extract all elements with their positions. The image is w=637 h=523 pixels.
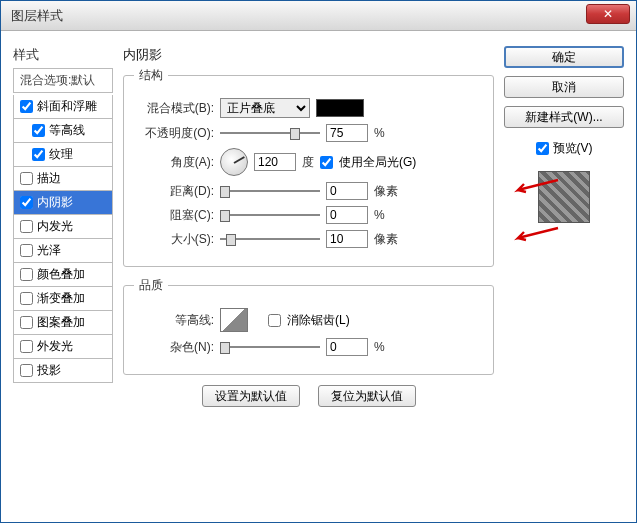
- style-item-label: 内发光: [37, 218, 73, 235]
- style-checkbox[interactable]: [20, 268, 33, 281]
- style-checkbox[interactable]: [20, 100, 33, 113]
- px-unit: 像素: [374, 231, 398, 248]
- blend-mode-label: 混合模式(B):: [134, 100, 214, 117]
- style-item-11[interactable]: 投影: [13, 359, 113, 383]
- slider-thumb-icon: [220, 342, 230, 354]
- style-item-6[interactable]: 光泽: [13, 239, 113, 263]
- slider-thumb-icon: [220, 210, 230, 222]
- contour-row: 等高线: 消除锯齿(L): [134, 308, 483, 332]
- choke-input[interactable]: [326, 206, 368, 224]
- content: 样式 混合选项:默认 斜面和浮雕等高线纹理描边内阴影内发光光泽颜色叠加渐变叠加图…: [1, 31, 636, 522]
- blend-mode-row: 混合模式(B): 正片叠底: [134, 98, 483, 118]
- style-item-5[interactable]: 内发光: [13, 215, 113, 239]
- style-checkbox[interactable]: [32, 124, 45, 137]
- style-item-10[interactable]: 外发光: [13, 335, 113, 359]
- size-label: 大小(S):: [134, 231, 214, 248]
- choke-label: 阻塞(C):: [134, 207, 214, 224]
- px-unit: 像素: [374, 183, 398, 200]
- angle-label: 角度(A):: [134, 154, 214, 171]
- window-title: 图层样式: [11, 7, 63, 25]
- size-slider[interactable]: [220, 232, 320, 246]
- style-item-label: 纹理: [49, 146, 73, 163]
- preview-thumbnail: [538, 171, 590, 223]
- styles-panel: 样式 混合选项:默认 斜面和浮雕等高线纹理描边内阴影内发光光泽颜色叠加渐变叠加图…: [13, 46, 113, 507]
- contour-picker[interactable]: [220, 308, 248, 332]
- structure-group: 结构 混合模式(B): 正片叠底 不透明度(O): % 角度(A): 度: [123, 67, 494, 267]
- style-item-9[interactable]: 图案叠加: [13, 311, 113, 335]
- quality-group: 品质 等高线: 消除锯齿(L) 杂色(N): %: [123, 277, 494, 375]
- styles-header: 样式: [13, 46, 113, 68]
- ok-button[interactable]: 确定: [504, 46, 624, 68]
- style-checkbox[interactable]: [20, 244, 33, 257]
- style-checkbox[interactable]: [20, 292, 33, 305]
- noise-slider[interactable]: [220, 340, 320, 354]
- style-checkbox[interactable]: [20, 196, 33, 209]
- panel-title: 内阴影: [123, 46, 494, 64]
- default-buttons-row: 设置为默认值 复位为默认值: [123, 385, 494, 407]
- size-row: 大小(S): 像素: [134, 230, 483, 248]
- style-item-8[interactable]: 渐变叠加: [13, 287, 113, 311]
- style-item-1[interactable]: 等高线: [13, 119, 113, 143]
- noise-input[interactable]: [326, 338, 368, 356]
- style-item-label: 颜色叠加: [37, 266, 85, 283]
- style-item-label: 内阴影: [37, 194, 73, 211]
- titlebar: 图层样式 ✕: [1, 1, 636, 31]
- cancel-button[interactable]: 取消: [504, 76, 624, 98]
- close-button[interactable]: ✕: [586, 4, 630, 24]
- new-style-button[interactable]: 新建样式(W)...: [504, 106, 624, 128]
- opacity-label: 不透明度(O):: [134, 125, 214, 142]
- angle-dial-icon[interactable]: [220, 148, 248, 176]
- set-default-button[interactable]: 设置为默认值: [202, 385, 300, 407]
- layer-style-dialog: 图层样式 ✕ 样式 混合选项:默认 斜面和浮雕等高线纹理描边内阴影内发光光泽颜色…: [0, 0, 637, 523]
- style-item-3[interactable]: 描边: [13, 167, 113, 191]
- style-list: 斜面和浮雕等高线纹理描边内阴影内发光光泽颜色叠加渐变叠加图案叠加外发光投影: [13, 95, 113, 383]
- style-item-0[interactable]: 斜面和浮雕: [13, 95, 113, 119]
- opacity-slider[interactable]: [220, 126, 320, 140]
- distance-row: 距离(D): 像素: [134, 182, 483, 200]
- angle-input[interactable]: [254, 153, 296, 171]
- style-item-4[interactable]: 内阴影: [13, 191, 113, 215]
- style-checkbox[interactable]: [20, 340, 33, 353]
- opacity-input[interactable]: [326, 124, 368, 142]
- preview-label: 预览(V): [553, 140, 593, 157]
- blend-mode-select[interactable]: 正片叠底: [220, 98, 310, 118]
- slider-thumb-icon: [226, 234, 236, 246]
- distance-slider[interactable]: [220, 184, 320, 198]
- style-item-2[interactable]: 纹理: [13, 143, 113, 167]
- angle-row: 角度(A): 度 使用全局光(G): [134, 148, 483, 176]
- slider-thumb-icon: [220, 186, 230, 198]
- settings-panel: 内阴影 结构 混合模式(B): 正片叠底 不透明度(O): % 角度(A):: [123, 46, 494, 507]
- distance-label: 距离(D):: [134, 183, 214, 200]
- antialias-label: 消除锯齿(L): [287, 312, 350, 329]
- style-item-7[interactable]: 颜色叠加: [13, 263, 113, 287]
- choke-slider[interactable]: [220, 208, 320, 222]
- blend-options-row[interactable]: 混合选项:默认: [13, 68, 113, 93]
- global-light-label: 使用全局光(G): [339, 154, 416, 171]
- action-panel: 确定 取消 新建样式(W)... 预览(V): [504, 46, 624, 507]
- slider-thumb-icon: [290, 128, 300, 140]
- preview-row: 预览(V): [504, 140, 624, 157]
- reset-default-button[interactable]: 复位为默认值: [318, 385, 416, 407]
- style-item-label: 等高线: [49, 122, 85, 139]
- preview-checkbox[interactable]: [536, 142, 549, 155]
- style-checkbox[interactable]: [20, 220, 33, 233]
- global-light-checkbox[interactable]: [320, 156, 333, 169]
- style-checkbox[interactable]: [20, 316, 33, 329]
- style-item-label: 光泽: [37, 242, 61, 259]
- antialias-checkbox[interactable]: [268, 314, 281, 327]
- structure-legend: 结构: [134, 67, 168, 84]
- style-item-label: 描边: [37, 170, 61, 187]
- shadow-color-swatch[interactable]: [316, 99, 364, 117]
- noise-row: 杂色(N): %: [134, 338, 483, 356]
- size-input[interactable]: [326, 230, 368, 248]
- style-checkbox[interactable]: [20, 172, 33, 185]
- style-item-label: 斜面和浮雕: [37, 98, 97, 115]
- pct-unit: %: [374, 340, 385, 354]
- style-checkbox[interactable]: [32, 148, 45, 161]
- opacity-row: 不透明度(O): %: [134, 124, 483, 142]
- distance-input[interactable]: [326, 182, 368, 200]
- style-checkbox[interactable]: [20, 364, 33, 377]
- choke-row: 阻塞(C): %: [134, 206, 483, 224]
- close-icon: ✕: [603, 7, 613, 21]
- degree-unit: 度: [302, 154, 314, 171]
